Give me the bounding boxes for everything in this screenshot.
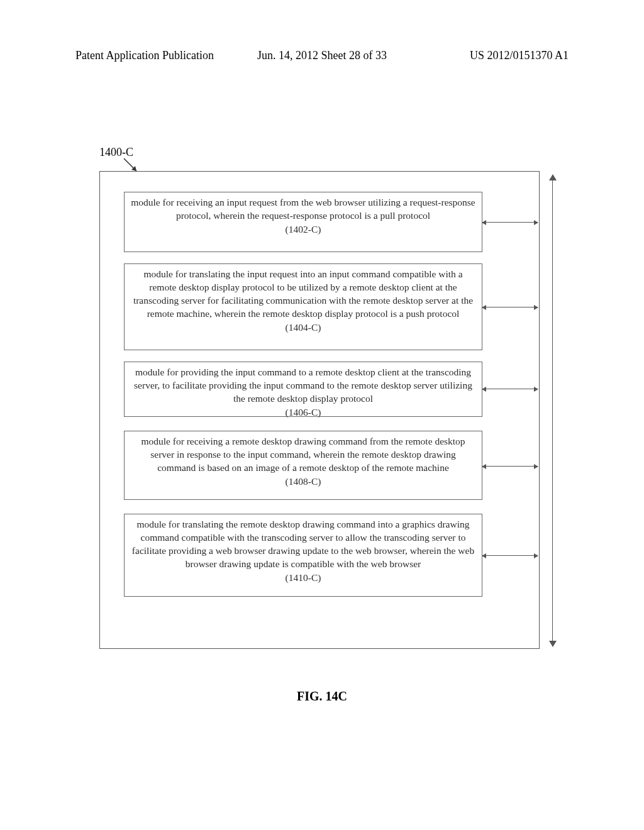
connector-arrow-icon — [482, 466, 538, 467]
module-container-box: module for receiving an input request fr… — [99, 171, 540, 649]
module-ref: (1408-C) — [131, 475, 475, 489]
module-ref: (1402-C) — [131, 223, 475, 236]
connector-arrow-icon — [482, 222, 538, 223]
header-left: Patent Application Publication — [75, 49, 214, 62]
module-ref: (1410-C) — [131, 572, 475, 585]
arrowhead-up-icon — [549, 174, 557, 180]
header-right: US 2012/0151370 A1 — [470, 49, 569, 62]
header-center: Jun. 14, 2012 Sheet 28 of 33 — [257, 49, 387, 62]
module-1402c: module for receiving an input request fr… — [124, 192, 482, 252]
module-1404c: module for translating the input request… — [124, 263, 482, 350]
connector-arrow-icon — [482, 555, 538, 556]
module-text: module for receiving a remote desktop dr… — [141, 436, 465, 473]
arrowhead-down-icon — [549, 641, 557, 647]
page-header: Patent Application Publication Jun. 14, … — [0, 49, 644, 62]
module-text: module for providing the input command t… — [134, 367, 472, 404]
module-text: module for translating the remote deskto… — [132, 519, 474, 569]
figure-caption: FIG. 14C — [0, 689, 644, 704]
module-1408c: module for receiving a remote desktop dr… — [124, 431, 482, 500]
module-ref: (1406-C) — [131, 406, 475, 419]
connector-arrow-icon — [482, 307, 538, 307]
connector-arrow-icon — [482, 389, 538, 389]
module-ref: (1404-C) — [131, 321, 475, 335]
module-1410c: module for translating the remote deskto… — [124, 514, 482, 597]
module-text: module for receiving an input request fr… — [131, 197, 475, 221]
module-1406c: module for providing the input command t… — [124, 362, 482, 417]
module-text: module for translating the input request… — [133, 268, 473, 319]
vertical-bus-line — [552, 179, 553, 642]
